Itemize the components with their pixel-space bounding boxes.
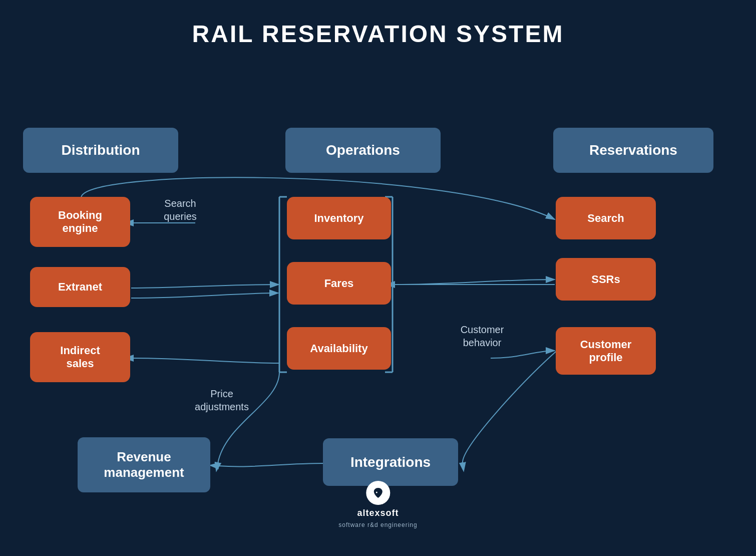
- diagram: Distribution Operations Reservations Boo…: [0, 63, 756, 543]
- page-title: RAIL RESERVATION SYSTEM: [0, 0, 756, 63]
- extranet-node: Extranet: [30, 267, 130, 307]
- svg-point-9: [375, 492, 377, 493]
- customer-profile-node: Customer profile: [556, 327, 656, 375]
- logo-tagline: software r&d engineering: [338, 521, 417, 528]
- availability-node: Availability: [287, 327, 391, 370]
- distribution-category: Distribution: [23, 128, 178, 173]
- booking-engine-node: Booking engine: [30, 197, 130, 247]
- search-node: Search: [556, 197, 656, 239]
- fares-node: Fares: [287, 262, 391, 305]
- indirect-sales-node: Indirect sales: [30, 332, 130, 382]
- customer-behavior-label: Customer behavior: [445, 323, 520, 349]
- operations-category: Operations: [285, 128, 441, 173]
- integrations-node: Integrations: [323, 438, 458, 486]
- ssrs-node: SSRs: [556, 258, 656, 301]
- search-queries-label: Search queries: [148, 197, 213, 223]
- logo-name: altexsoft: [357, 508, 399, 518]
- logo-icon: [366, 481, 390, 505]
- inventory-node: Inventory: [287, 197, 391, 239]
- logo-area: altexsoft software r&d engineering: [338, 481, 417, 528]
- revenue-management-node: Revenue management: [78, 437, 210, 492]
- price-adjustments-label: Price adjustments: [184, 387, 259, 413]
- reservations-category: Reservations: [553, 128, 713, 173]
